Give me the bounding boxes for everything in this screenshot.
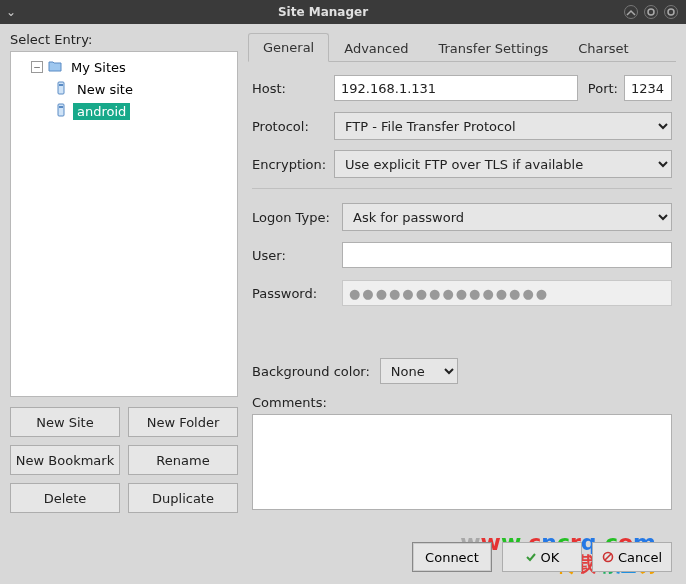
minimize-button[interactable] [624,5,638,19]
delete-button[interactable]: Delete [10,483,120,513]
user-label: User: [252,248,342,263]
check-icon [525,551,537,563]
connect-button[interactable]: Connect [412,542,492,572]
svg-point-1 [668,9,674,15]
protocol-label: Protocol: [252,119,334,134]
protocol-select[interactable]: FTP - File Transfer Protocol [334,112,672,140]
close-button[interactable] [664,5,678,19]
cancel-button[interactable]: Cancel [592,542,672,572]
tree-item-label: android [73,103,130,120]
comments-label: Comments: [252,395,672,410]
tree-item-android[interactable]: android [13,100,235,122]
svg-rect-3 [59,84,63,86]
tab-panel-general: Host: Port: Protocol: FTP - File Transfe… [248,62,676,513]
titlebar: ⌄ Site Manager [0,0,686,24]
svg-rect-2 [58,82,64,94]
cancel-button-label: Cancel [618,550,662,565]
folder-icon [47,58,63,77]
port-label: Port: [588,81,618,96]
host-label: Host: [252,81,334,96]
rename-button[interactable]: Rename [128,445,238,475]
password-label: Password: [252,286,342,301]
site-tree[interactable]: − My Sites New site android [10,51,238,397]
tab-transfer-settings[interactable]: Transfer Settings [423,34,563,62]
duplicate-button[interactable]: Duplicate [128,483,238,513]
user-input[interactable] [342,242,672,268]
background-color-label: Background color: [252,364,370,379]
logon-type-select[interactable]: Ask for password [342,203,672,231]
server-icon [53,80,69,99]
new-bookmark-button[interactable]: New Bookmark [10,445,120,475]
tabstrip: General Advanced Transfer Settings Chars… [248,32,676,62]
ok-button-label: OK [541,550,560,565]
tab-charset[interactable]: Charset [563,34,644,62]
cancel-icon [602,551,614,563]
tree-item-label: New site [73,81,137,98]
select-entry-label: Select Entry: [10,32,238,47]
tree-root-row[interactable]: − My Sites [13,56,235,78]
app-menu-caret[interactable]: ⌄ [0,5,22,19]
new-folder-button[interactable]: New Folder [128,407,238,437]
comments-textarea[interactable] [252,414,672,510]
maximize-button[interactable] [644,5,658,19]
encryption-label: Encryption: [252,157,334,172]
tree-root-label: My Sites [67,59,130,76]
svg-line-7 [605,554,611,560]
new-site-button[interactable]: New Site [10,407,120,437]
tab-general[interactable]: General [248,33,329,62]
expander-icon[interactable]: − [31,61,43,73]
logon-type-label: Logon Type: [252,210,342,225]
tab-advanced[interactable]: Advanced [329,34,423,62]
svg-rect-4 [58,104,64,116]
port-input[interactable] [624,75,672,101]
svg-point-0 [648,9,654,15]
ok-button[interactable]: OK [502,542,582,572]
window-title: Site Manager [22,5,624,19]
tree-item-new-site[interactable]: New site [13,78,235,100]
separator [252,188,672,189]
password-input[interactable] [342,280,672,306]
server-icon [53,102,69,121]
background-color-select[interactable]: None [380,358,458,384]
encryption-select[interactable]: Use explicit FTP over TLS if available [334,150,672,178]
svg-rect-5 [59,106,63,108]
host-input[interactable] [334,75,578,101]
